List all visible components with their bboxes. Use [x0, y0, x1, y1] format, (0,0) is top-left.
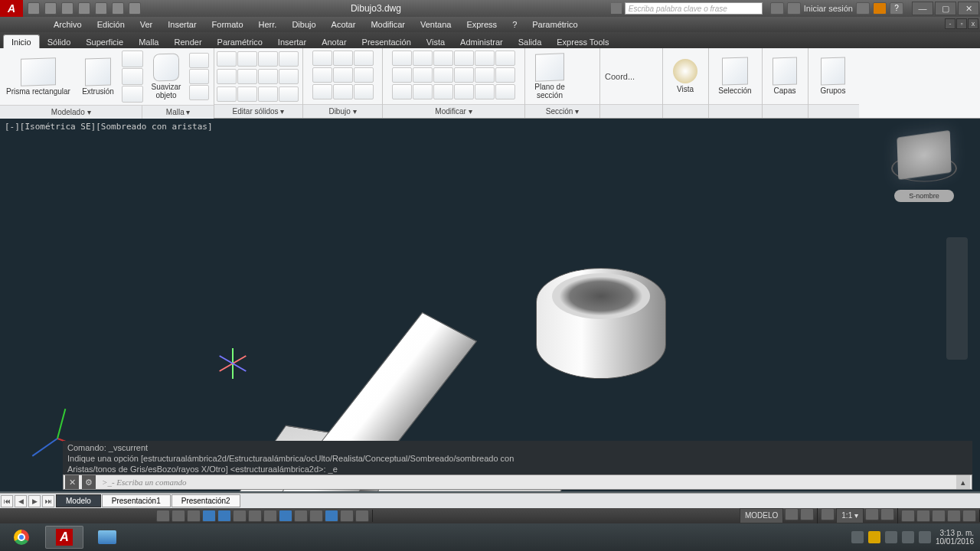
qat-new-icon[interactable] — [28, 2, 40, 15]
quickview2-icon[interactable] — [800, 508, 814, 520]
doc-restore[interactable]: ▫ — [956, 18, 967, 29]
dyn-icon[interactable] — [279, 510, 292, 522]
tab-render[interactable]: Render — [166, 35, 209, 48]
tab-inicio[interactable]: Inicio — [3, 34, 40, 48]
fillet2-icon[interactable] — [495, 67, 515, 83]
tray-shield-icon[interactable] — [868, 531, 880, 543]
exchange-icon[interactable] — [856, 2, 870, 15]
tab-salida[interactable]: Salida — [511, 35, 550, 48]
shell-icon[interactable] — [258, 69, 278, 84]
qat-open-icon[interactable] — [44, 2, 57, 15]
annovis-icon[interactable] — [865, 508, 879, 520]
doc-close[interactable]: x — [968, 18, 978, 29]
taper-icon[interactable] — [258, 86, 278, 102]
menu-herr[interactable]: Herr. — [251, 20, 285, 29]
array-icon[interactable] — [454, 67, 474, 83]
chamfer-icon[interactable] — [237, 86, 257, 102]
doc-minimize[interactable]: - — [945, 18, 956, 29]
lock-icon[interactable] — [916, 510, 930, 522]
help-icon[interactable]: ? — [890, 2, 903, 15]
panel-modelado-title[interactable]: Modelado ▾ — [0, 106, 142, 119]
tab-expresstools[interactable]: Express Tools — [549, 35, 616, 48]
am-icon[interactable] — [355, 510, 369, 522]
union-icon[interactable] — [217, 51, 237, 67]
scale-label[interactable]: 1:1 ▾ — [836, 508, 864, 523]
offset2-icon[interactable] — [475, 67, 495, 83]
spline-icon[interactable] — [333, 84, 353, 99]
viewcube[interactable] — [897, 130, 951, 180]
ellipse-icon[interactable] — [354, 67, 374, 83]
viewcube-ucs-label[interactable]: S-nombre — [894, 190, 954, 202]
system-clock[interactable]: 3:13 p. m. 10/01/2016 — [936, 529, 974, 546]
thicken-icon[interactable] — [217, 69, 237, 84]
presspull-icon[interactable] — [122, 51, 143, 67]
panel-editarsolidos-title[interactable]: Editar sólidos ▾ — [214, 104, 302, 118]
signin-icon[interactable] — [787, 2, 801, 15]
menu-archivo[interactable]: Archivo — [46, 20, 90, 29]
line-icon[interactable] — [312, 51, 332, 66]
menu-express[interactable]: Express — [459, 20, 505, 29]
menu-edicion[interactable]: Edición — [90, 20, 132, 29]
arc-icon[interactable] — [312, 67, 332, 83]
mesh-icon[interactable] — [189, 53, 209, 68]
suavizar-objeto-button[interactable]: Suavizar objeto — [144, 51, 188, 103]
tray-action-icon[interactable] — [885, 531, 897, 543]
navigation-bar[interactable] — [946, 237, 968, 360]
3dosnap-icon[interactable] — [233, 510, 247, 522]
tab-solido[interactable]: Sólido — [40, 35, 79, 48]
grupos-button[interactable]: Grupos — [810, 54, 856, 98]
move-icon[interactable] — [392, 51, 412, 66]
sweep-icon[interactable] — [122, 86, 143, 103]
tray-up-icon[interactable] — [851, 531, 864, 543]
erase-icon[interactable] — [454, 51, 474, 66]
tab-presentacion[interactable]: Presentación — [354, 35, 419, 48]
annoauto-icon[interactable] — [880, 508, 894, 520]
menu-acotar[interactable]: Acotar — [324, 20, 364, 29]
tab-administrar[interactable]: Administrar — [452, 35, 511, 48]
qat-plot-icon[interactable] — [95, 2, 107, 15]
menu-dibujo[interactable]: Dibujo — [284, 20, 323, 29]
snap-icon[interactable] — [156, 510, 170, 522]
mesh3-icon[interactable] — [189, 85, 209, 100]
tray-network-icon[interactable] — [902, 531, 914, 543]
layout-first-icon[interactable]: ⏮ — [1, 495, 13, 507]
tab-anotar[interactable]: Anotar — [314, 35, 354, 48]
copy-icon[interactable] — [392, 67, 412, 83]
taskbar-explorer[interactable] — [88, 526, 126, 549]
qat-undo-icon[interactable] — [112, 2, 124, 15]
layout-prev-icon[interactable]: ◀ — [15, 495, 27, 507]
grid-icon[interactable] — [172, 510, 185, 522]
cmd-close-icon[interactable]: ✕ — [65, 475, 79, 489]
qat-redo-icon[interactable] — [129, 2, 141, 15]
command-input[interactable]: >_- Escriba un comando — [97, 478, 955, 487]
taskbar-chrome[interactable] — [2, 526, 41, 549]
quickview-icon[interactable] — [785, 508, 799, 520]
hw-icon[interactable] — [932, 510, 946, 522]
otrack-icon[interactable] — [248, 510, 262, 522]
align-icon[interactable] — [392, 84, 412, 99]
ucs-icon[interactable] — [42, 398, 88, 444]
3darray-icon[interactable] — [495, 84, 515, 99]
prisma-rectangular-button[interactable]: Prisma rectangular — [2, 55, 75, 99]
model-space-label[interactable]: MODELO — [740, 508, 783, 523]
keyword-search-input[interactable]: Escriba palabra clave o frase — [625, 2, 763, 15]
menu-formato[interactable]: Formato — [204, 20, 251, 29]
offset-icon[interactable] — [279, 86, 299, 102]
cmd-opts-icon[interactable]: ⚙ — [82, 475, 96, 489]
viewport-label[interactable]: [-][Isométrica SE][Sombreado con aristas… — [5, 122, 213, 132]
menu-ver[interactable]: Ver — [132, 20, 161, 29]
plano-seccion-button[interactable]: Plano de sección — [527, 51, 573, 103]
3dmirror-icon[interactable] — [475, 84, 495, 99]
stayconnect-icon[interactable] — [873, 2, 887, 15]
ducs-icon[interactable] — [263, 510, 277, 522]
tab-superficie[interactable]: Superficie — [78, 35, 131, 48]
tray-volume-icon[interactable] — [919, 531, 931, 543]
explode-icon[interactable] — [475, 51, 495, 66]
subtract-icon[interactable] — [237, 51, 257, 67]
clean-icon[interactable] — [962, 510, 976, 522]
ortho-icon[interactable] — [187, 510, 201, 522]
3dmove-icon[interactable] — [413, 84, 433, 99]
tpy-icon[interactable] — [309, 510, 323, 522]
tab-parametrico[interactable]: Paramétrico — [210, 35, 270, 48]
rectangle-icon[interactable] — [333, 67, 353, 83]
